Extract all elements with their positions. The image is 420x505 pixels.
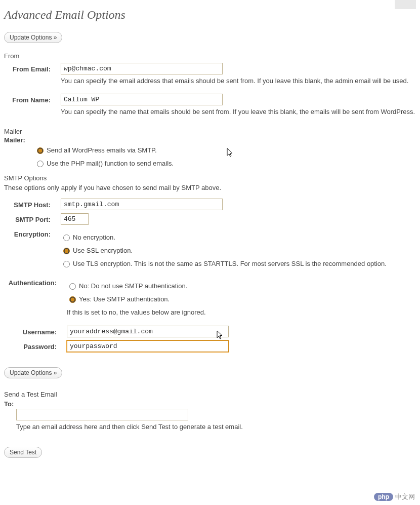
username-label: Username: (4, 326, 67, 336)
encryption-label: Encryption: (4, 228, 61, 238)
smtp-host-input[interactable] (61, 199, 223, 210)
mailer-php-label: Use the PHP mail() function to send emai… (47, 160, 174, 167)
from-name-input[interactable] (61, 94, 223, 105)
encryption-ssl-radio[interactable] (63, 248, 70, 254)
auth-help: If this is set to no, the values below a… (67, 308, 416, 317)
encryption-tls-radio[interactable] (63, 261, 70, 267)
mailer-smtp-label: Send all WordPress emails via SMTP. (47, 146, 157, 154)
smtp-port-label: SMTP Port: (4, 213, 61, 223)
mailer-heading: Mailer (4, 128, 416, 135)
test-to-input[interactable] (16, 409, 188, 420)
from-email-input[interactable] (61, 63, 223, 74)
mailer-smtp-radio[interactable] (37, 147, 44, 154)
test-heading: Send a Test Email (4, 391, 416, 398)
encryption-none-radio[interactable] (63, 235, 70, 241)
from-name-label: From Name: (4, 94, 61, 104)
auth-no-radio[interactable] (69, 283, 76, 290)
test-help: Type an email address here and then clic… (16, 422, 375, 432)
encryption-ssl-label: Use SSL encryption. (73, 247, 133, 254)
send-test-button[interactable]: Send Test (4, 447, 42, 458)
password-label: Password: (4, 340, 67, 351)
from-email-help: You can specify the email address that e… (61, 76, 416, 86)
username-input[interactable] (67, 326, 229, 337)
auth-yes-radio[interactable] (69, 296, 76, 303)
update-options-button-bottom[interactable]: Update Options » (4, 367, 62, 378)
update-options-button-top[interactable]: Update Options » (4, 32, 62, 43)
encryption-tls-label: Use TLS encryption. This is not the same… (73, 260, 387, 267)
smtp-desc: These options only apply if you have cho… (4, 184, 416, 191)
smtp-host-label: SMTP Host: (4, 199, 61, 209)
password-input[interactable] (67, 340, 229, 352)
encryption-none-label: No encryption. (73, 234, 115, 241)
test-to-label: To: (4, 400, 14, 408)
mailer-php-radio[interactable] (37, 161, 44, 167)
smtp-port-input[interactable] (61, 213, 89, 225)
from-heading: From (4, 52, 416, 60)
from-name-help: You can specify the name that emails sho… (61, 107, 416, 116)
page-title: Advanced Email Options (4, 8, 416, 22)
top-right-placeholder (395, 0, 416, 9)
auth-yes-label: Yes: Use SMTP authentication. (79, 295, 170, 303)
smtp-heading: SMTP Options (4, 174, 416, 182)
auth-no-label: No: Do not use SMTP authentication. (79, 282, 187, 290)
from-email-label: From Email: (4, 63, 61, 73)
authentication-label: Authentication: (4, 277, 67, 287)
mailer-label: Mailer: (4, 136, 416, 144)
